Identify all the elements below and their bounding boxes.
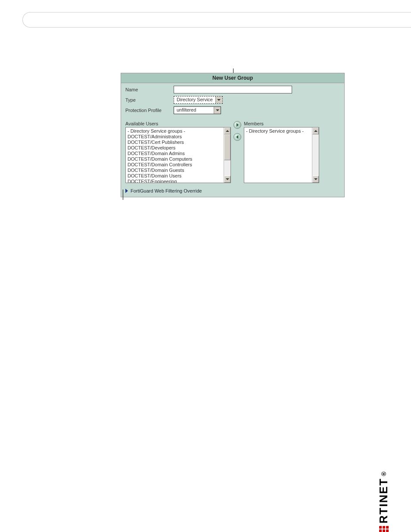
- list-item[interactable]: DOCTEST/Domain Guests: [126, 168, 224, 173]
- name-input[interactable]: [174, 86, 292, 93]
- protection-profile-label: Protection Profile: [125, 108, 174, 113]
- scroll-up-icon[interactable]: [312, 128, 319, 134]
- chevron-down-icon: [214, 107, 221, 114]
- list-item[interactable]: DOCTEST/Cert Publishers: [126, 140, 224, 145]
- list-item[interactable]: - Directory Service groups -: [244, 128, 312, 134]
- members-listbox[interactable]: - Directory Service groups -: [244, 127, 319, 183]
- list-item[interactable]: DOCTEST/Domain Computers: [126, 156, 224, 162]
- dialog-title: New User Group: [121, 73, 344, 83]
- scroll-down-icon[interactable]: [224, 176, 230, 183]
- protection-profile-value: unfiltered: [174, 107, 214, 114]
- scroll-track[interactable]: [312, 134, 319, 176]
- list-item[interactable]: DOCTEST/Administrators: [126, 134, 224, 140]
- type-value: Directory Service: [174, 96, 215, 103]
- logo-grid-icon: [379, 526, 389, 532]
- breadcrumb-bar: [22, 12, 411, 28]
- move-right-button[interactable]: [234, 121, 241, 129]
- members-label: Members: [244, 121, 319, 126]
- list-item[interactable]: DOCTEST/Domain Users: [126, 173, 224, 179]
- logo-text-part2: RTINET: [377, 478, 390, 523]
- available-users-listbox[interactable]: - Directory Service groups - DOCTEST/Adm…: [125, 127, 231, 183]
- fortiguard-override-toggle[interactable]: FortiGuard Web Filtering Override: [121, 186, 344, 197]
- scroll-down-icon[interactable]: [312, 176, 319, 183]
- fortiguard-override-label: FortiGuard Web Filtering Override: [131, 188, 202, 193]
- list-item[interactable]: DOCTEST/Domain Controllers: [126, 162, 224, 168]
- name-label: Name: [125, 87, 174, 92]
- expand-right-icon: [125, 189, 128, 193]
- annotation-line: [123, 190, 123, 200]
- scroll-thumb[interactable]: [224, 134, 230, 160]
- fortinet-logo: F RTINET ®: [377, 471, 390, 532]
- type-label: Type: [125, 97, 174, 103]
- protection-profile-select[interactable]: unfiltered: [174, 106, 221, 114]
- list-item[interactable]: - Directory Service groups -: [126, 128, 224, 134]
- scrollbar[interactable]: [224, 128, 230, 183]
- type-row: Type Directory Service: [125, 96, 340, 104]
- chevron-down-icon: [215, 96, 222, 103]
- scroll-up-icon[interactable]: [224, 128, 230, 134]
- logo-dot: ®: [380, 471, 387, 476]
- move-left-button[interactable]: [234, 133, 241, 141]
- protection-row: Protection Profile unfiltered: [125, 106, 340, 114]
- available-users-label: Available Users: [125, 121, 231, 126]
- scrollbar[interactable]: [312, 128, 319, 183]
- list-item[interactable]: DOCTEST/Developers: [126, 145, 224, 151]
- scroll-track[interactable]: [224, 134, 230, 176]
- new-user-group-dialog: New User Group Name Type Directory Servi…: [121, 73, 345, 197]
- list-item[interactable]: DOCTEST/Domain Admins: [126, 151, 224, 156]
- list-item[interactable]: DOCTEST/Engineering: [126, 179, 224, 183]
- type-select[interactable]: Directory Service: [174, 96, 223, 104]
- name-row: Name: [125, 86, 340, 93]
